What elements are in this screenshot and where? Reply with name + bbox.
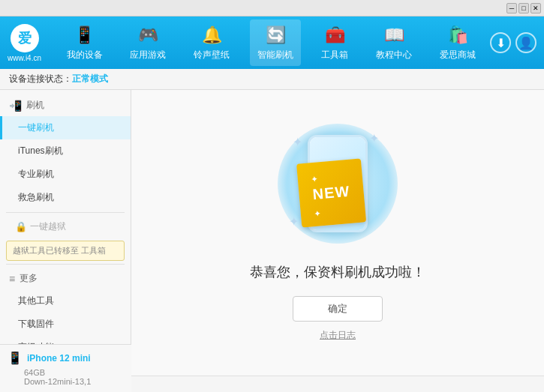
maximize-button[interactable]: □ [518,3,529,13]
nav-item-apps[interactable]: 🎮 应用游戏 [122,19,173,66]
sidebar: 📲 刷机 一键刷机 iTunes刷机 专业刷机 救急刷机 🔒 一键越狱 越狱工具… [0,90,131,376]
nav-item-toolbox[interactable]: 🧰 工具箱 [314,19,356,66]
jailbreak-notice: 越狱工具已转移至 工具箱 [6,241,125,261]
device-panel: 📱 iPhone 12 mini 64GB Down-12mini-13,1 [0,344,131,376]
sparkle-2: ✦ [369,131,379,145]
user-button[interactable]: 👤 [515,32,536,53]
more-section-label: 更多 [20,272,38,285]
nav-label-ringtones: 铃声壁纸 [194,49,230,61]
logo-area: 爱 www.i4.cn [8,24,41,62]
sidebar-item-one-click-flash[interactable]: 一键刷机 [0,116,131,139]
title-bar: ─ □ ✕ [0,0,544,16]
minimize-button[interactable]: ─ [506,3,517,13]
success-message: 恭喜您，保资料刷机成功啦！ [250,263,425,281]
content-area: ✦ ✦ ✦ NEW 恭喜您，保资料刷机成功啦！ 确定 点击日志 [131,90,544,376]
pro-flash-label: 专业刷机 [18,169,54,179]
nav-item-ringtones[interactable]: 🔔 铃声壁纸 [186,19,237,66]
device-row: 📱 iPhone 12 mini [8,351,124,365]
other-tools-label: 其他工具 [18,295,54,306]
logo-icon: 爱 [11,24,39,52]
download-button[interactable]: ⬇ [490,32,511,53]
device-storage: 64GB [8,368,124,376]
jailbreak-label: 一键越狱 [30,220,66,233]
sidebar-item-itunes-flash[interactable]: iTunes刷机 [0,139,131,163]
phone-illustration: ✦ ✦ ✦ NEW [278,124,398,244]
status-prefix: 设备连接状态： [9,73,72,85]
sidebar-section-jailbreak: 🔒 一键越狱 [0,216,131,238]
sidebar-section-flash: 📲 刷机 [0,94,131,116]
jailbreak-icon: 🔒 [15,221,27,232]
sidebar-section-flash-label: 刷机 [26,99,44,112]
sidebar-item-pro-flash[interactable]: 专业刷机 [0,163,131,186]
store-icon: 🛍️ [446,24,469,46]
nav-item-tutorials[interactable]: 📖 教程中心 [368,19,419,66]
new-banner: NEW [296,158,366,227]
status-bar: 设备连接状态： 正常模式 [0,69,544,90]
nav-item-store[interactable]: 🛍️ 爱思商城 [432,19,483,66]
smart-flash-icon: 🔄 [264,24,287,46]
device-phone-icon: 📱 [8,351,23,365]
sidebar-sep-2 [6,264,125,265]
sidebar-sep-1 [6,212,125,213]
nav-label-store: 爱思商城 [440,49,476,61]
apps-icon: 🎮 [137,24,159,46]
nav-right: ⬇ 👤 [490,32,536,53]
sidebar-item-save-flash[interactable]: 救急刷机 [0,186,131,209]
toolbox-icon: 🧰 [323,24,346,46]
celebrate-wrap: ✦ ✦ ✦ NEW [278,124,398,244]
nav-item-my-device[interactable]: 📱 我的设备 [59,19,110,66]
status-value: 正常模式 [72,73,108,85]
nav-item-smart-flash[interactable]: 🔄 智能刷机 [250,19,301,66]
auto-setup-link[interactable]: 点击日志 [320,329,356,342]
nav-label-tutorials: 教程中心 [376,49,412,61]
itunes-flash-label: iTunes刷机 [18,145,63,156]
sparkle-3: ✦ [289,214,299,229]
nav-label-my-device: 我的设备 [67,49,103,61]
ringtones-icon: 🔔 [200,24,223,46]
nav-label-apps: 应用游戏 [130,49,166,61]
confirm-button[interactable]: 确定 [293,296,383,322]
device-name: iPhone 12 mini [27,353,91,364]
save-flash-label: 救急刷机 [18,192,54,202]
sparkle-1: ✦ [293,135,302,149]
one-click-flash-label: 一键刷机 [18,122,54,133]
main-layout: 📲 刷机 一键刷机 iTunes刷机 专业刷机 救急刷机 🔒 一键越狱 越狱工具… [0,90,544,376]
close-button[interactable]: ✕ [530,3,541,13]
top-nav: 爱 www.i4.cn 📱 我的设备 🎮 应用游戏 🔔 铃声壁纸 🔄 智能刷机 … [0,16,544,69]
tutorials-icon: 📖 [383,24,405,46]
logo-url: www.i4.cn [8,54,41,62]
sidebar-section-more: ≡ 更多 [0,268,131,289]
sidebar-item-other-tools[interactable]: 其他工具 [0,289,131,313]
my-device-icon: 📱 [74,24,96,46]
flash-section-icon: 📲 [9,100,22,112]
sidebar-item-download-firmware[interactable]: 下载固件 [0,313,131,336]
nav-label-toolbox: 工具箱 [321,49,348,61]
jailbreak-notice-text: 越狱工具已转移至 工具箱 [13,246,106,255]
nav-label-smart-flash: 智能刷机 [257,49,293,61]
more-section-icon: ≡ [9,273,15,285]
nav-items: 📱 我的设备 🎮 应用游戏 🔔 铃声壁纸 🔄 智能刷机 🧰 工具箱 📖 教程中心… [53,19,490,66]
download-firmware-label: 下载固件 [18,319,54,329]
